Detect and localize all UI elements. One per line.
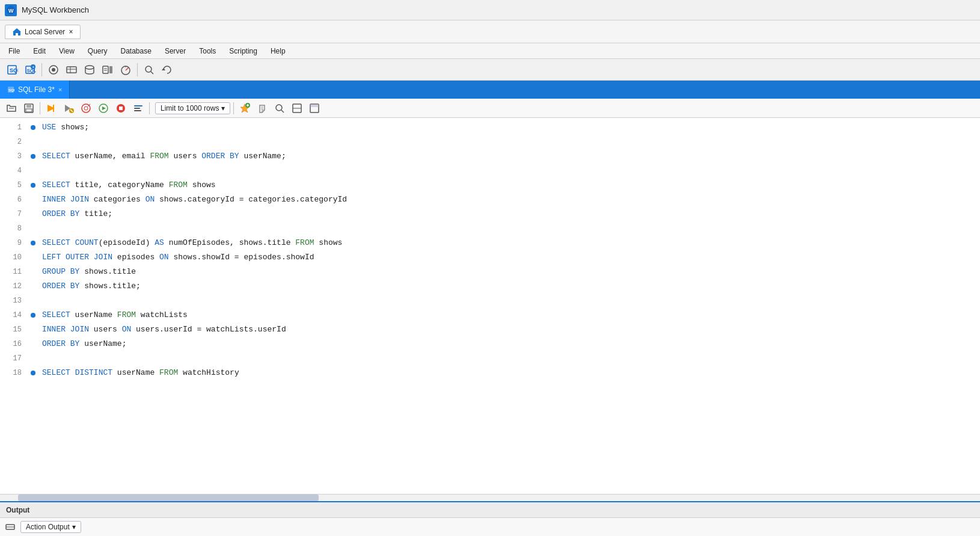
line-number: 4	[0, 164, 29, 178]
menu-query[interactable]: Query	[82, 45, 114, 57]
svg-rect-45	[134, 105, 142, 106]
svg-rect-44	[119, 106, 123, 110]
svg-point-24	[145, 66, 152, 72]
menu-scripting[interactable]: Scripting	[223, 45, 263, 57]
menu-view[interactable]: View	[53, 45, 81, 57]
save-query-btn[interactable]	[21, 100, 37, 116]
sql-tab-label: SQL File 3*	[18, 85, 55, 94]
stop-exec-btn[interactable]	[113, 100, 129, 116]
code-line-7[interactable]: 7ORDER BY title;	[0, 207, 980, 221]
line-code: SELECT title, categoryName FROM shows	[37, 178, 216, 193]
svg-marker-42	[102, 106, 106, 110]
action-output-select[interactable]: Action Output ▾	[20, 521, 81, 533]
code-line-2[interactable]: 2	[0, 135, 980, 149]
line-dot	[29, 183, 37, 188]
code-line-6[interactable]: 6INNER JOIN categories ON shows.category…	[0, 193, 980, 207]
code-line-1[interactable]: 1USE shows;	[0, 120, 980, 135]
limit-rows-select[interactable]: Limit to 1000 rows ▾	[155, 102, 230, 114]
sql-tab-close[interactable]: ×	[58, 86, 62, 93]
code-line-14[interactable]: 14SELECT userName FROM watchLists	[0, 308, 980, 322]
line-dot	[29, 241, 37, 245]
execute-all-btn[interactable]	[43, 100, 59, 116]
snippets-btn[interactable]	[254, 100, 270, 116]
output-icon-btn[interactable]	[5, 522, 16, 532]
edit-table-btn[interactable]	[63, 61, 80, 78]
server-tab[interactable]: Local Server ×	[5, 25, 81, 39]
execute-selected-btn[interactable]	[61, 100, 76, 116]
line-code: SELECT userName, email FROM users ORDER …	[37, 149, 286, 164]
app-icon: W	[5, 4, 17, 16]
menu-server[interactable]: Server	[159, 45, 192, 57]
svg-rect-59	[310, 104, 319, 107]
format-btn[interactable]	[130, 100, 146, 116]
search-table-btn[interactable]	[141, 61, 158, 78]
menu-file[interactable]: File	[2, 45, 26, 57]
line-number: 12	[0, 279, 29, 294]
svg-point-12	[52, 68, 55, 72]
schema-details-btn[interactable]	[99, 61, 116, 78]
code-line-17[interactable]: 17	[0, 351, 980, 366]
line-code: LEFT OUTER JOIN episodes ON shows.showId…	[37, 250, 314, 265]
open-file-query-btn[interactable]	[4, 100, 19, 116]
menu-database[interactable]: Database	[115, 45, 158, 57]
output-header-label: Output	[6, 506, 29, 514]
query-sep3	[233, 102, 234, 114]
server-tab-label: Local Server	[25, 28, 65, 36]
performance-dashboard-btn[interactable]	[117, 61, 134, 78]
line-number: 17	[0, 351, 29, 366]
line-code: INNER JOIN categories ON shows.categoryI…	[37, 193, 347, 207]
code-editor[interactable]: 1USE shows;23SELECT userName, email FROM…	[0, 118, 980, 494]
toolbar-sep2	[137, 63, 138, 76]
code-line-3[interactable]: 3SELECT userName, email FROM users ORDER…	[0, 149, 980, 164]
svg-point-16	[85, 66, 94, 69]
code-line-4[interactable]: 4	[0, 164, 980, 178]
sql-file-tab[interactable]: SQL SQL File 3* ×	[0, 81, 70, 99]
line-code: SELECT userName FROM watchLists	[37, 308, 188, 322]
code-line-8[interactable]: 8	[0, 221, 980, 236]
limit-label: Limit to 1000 rows	[161, 104, 219, 112]
new-schema-btn[interactable]	[81, 61, 98, 78]
svg-rect-18	[109, 66, 112, 73]
line-number: 3	[0, 149, 29, 164]
code-line-11[interactable]: 11GROUP BY shows.title	[0, 265, 980, 279]
line-number: 9	[0, 236, 29, 250]
code-line-12[interactable]: 12ORDER BY shows.title;	[0, 279, 980, 294]
code-line-10[interactable]: 10LEFT OUTER JOIN episodes ON shows.show…	[0, 250, 980, 265]
code-line-15[interactable]: 15INNER JOIN users ON users.userId = wat…	[0, 322, 980, 337]
line-dot	[29, 371, 37, 375]
reconnect-btn[interactable]	[159, 61, 176, 78]
new-sql-btn[interactable]: SQL	[4, 61, 20, 78]
code-line-16[interactable]: 16ORDER BY userName;	[0, 337, 980, 351]
line-number: 14	[0, 308, 29, 322]
inspector-btn[interactable]	[45, 61, 62, 78]
svg-line-25	[151, 72, 153, 74]
add-favorite-btn[interactable]	[237, 100, 253, 116]
line-number: 5	[0, 178, 29, 193]
open-connection-btn[interactable]: SQL +	[22, 61, 38, 78]
svg-rect-47	[134, 110, 141, 111]
menu-help[interactable]: Help	[265, 45, 292, 57]
toggle-output-btn[interactable]	[289, 100, 305, 116]
limit-dropdown-icon: ▾	[221, 104, 225, 112]
code-line-9[interactable]: 9SELECT COUNT(episodeId) AS numOfEpisode…	[0, 236, 980, 250]
line-number: 13	[0, 294, 29, 308]
horizontal-scrollbar[interactable]	[0, 494, 980, 501]
menu-tools[interactable]: Tools	[193, 45, 222, 57]
menu-edit[interactable]: Edit	[27, 45, 52, 57]
code-line-13[interactable]: 13	[0, 294, 980, 308]
code-line-18[interactable]: 18SELECT DISTINCT userName FROM watchHis…	[0, 366, 980, 380]
search-text-btn[interactable]	[272, 100, 287, 116]
explain-btn[interactable]	[78, 100, 94, 116]
svg-rect-17	[103, 66, 108, 73]
action-output-dropdown: ▾	[72, 523, 76, 531]
line-code: SELECT DISTINCT userName FROM watchHisto…	[37, 366, 239, 380]
stop-btn[interactable]	[96, 100, 111, 116]
line-code: SELECT COUNT(episodeId) AS numOfEpisodes…	[37, 236, 342, 250]
app-title: MySQL Workbench	[22, 5, 89, 14]
svg-rect-13	[67, 67, 76, 73]
line-number: 11	[0, 265, 29, 279]
server-tab-close[interactable]: ×	[69, 28, 73, 36]
svg-marker-3	[13, 28, 21, 32]
code-line-5[interactable]: 5SELECT title, categoryName FROM shows	[0, 178, 980, 193]
toggle-results-btn[interactable]	[307, 100, 322, 116]
